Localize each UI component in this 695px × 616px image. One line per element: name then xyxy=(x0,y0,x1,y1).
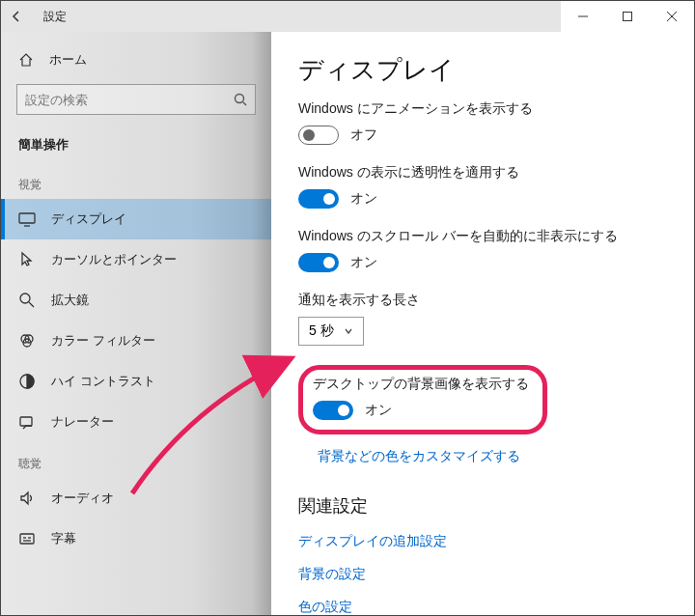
maximize-button[interactable] xyxy=(605,1,650,32)
svg-rect-15 xyxy=(20,534,34,544)
setting-label: Windows にアニメーションを表示する xyxy=(298,100,659,118)
svg-rect-14 xyxy=(20,417,32,426)
nav-captions[interactable]: 字幕 xyxy=(1,518,271,559)
nav-label: カラー フィルター xyxy=(51,332,155,350)
nav-label: 字幕 xyxy=(51,530,76,547)
window-title: 設定 xyxy=(43,9,67,25)
contrast-icon xyxy=(18,373,36,390)
setting-label: Windows の表示に透明性を適用する xyxy=(298,164,659,182)
link-customize-colors[interactable]: 背景などの色をカスタマイズする xyxy=(318,448,659,465)
setting-transparency: Windows の表示に透明性を適用する オン xyxy=(298,164,659,209)
link-background[interactable]: 背景の設定 xyxy=(298,566,659,583)
toggle-animations[interactable]: オフ xyxy=(298,126,659,145)
svg-line-9 xyxy=(29,302,34,307)
svg-rect-1 xyxy=(624,13,632,21)
nav-label: カーソルとポインター xyxy=(51,251,177,268)
highlight-annotation: デスクトップの背景画像を表示する オン xyxy=(298,365,547,434)
search-input[interactable] xyxy=(16,84,256,115)
toggle-state: オフ xyxy=(350,126,377,144)
nav-label: ディスプレイ xyxy=(51,210,126,228)
toggle-transparency[interactable]: オン xyxy=(298,189,659,209)
nav-display[interactable]: ディスプレイ xyxy=(1,199,271,239)
dropdown-value: 5 秒 xyxy=(309,322,334,340)
content: ディスプレイ Windows にアニメーションを表示する オフ Windows … xyxy=(271,32,694,616)
home-label: ホーム xyxy=(49,51,87,69)
toggle-desktop-bg[interactable]: オン xyxy=(313,401,529,420)
close-button[interactable] xyxy=(650,1,694,32)
back-button[interactable] xyxy=(1,1,32,32)
page-title: ディスプレイ xyxy=(298,53,659,87)
setting-animations: Windows にアニメーションを表示する オフ xyxy=(298,100,659,145)
nav-audio[interactable]: オーディオ xyxy=(1,478,271,518)
chevron-down-icon xyxy=(344,326,353,336)
svg-point-8 xyxy=(20,294,30,303)
nav-cursor[interactable]: カーソルとポインター xyxy=(1,239,271,280)
svg-point-4 xyxy=(236,95,244,103)
svg-rect-6 xyxy=(19,213,35,223)
category-audio: 聴覚 xyxy=(1,442,271,478)
nav-highcontrast[interactable]: ハイ コントラスト xyxy=(1,361,271,402)
search-icon xyxy=(234,93,247,106)
setting-desktop-bg: デスクトップの背景画像を表示する オン xyxy=(313,376,529,420)
minimize-button[interactable] xyxy=(561,1,605,32)
nav-colorfilter[interactable]: カラー フィルター xyxy=(1,321,271,361)
audio-icon xyxy=(18,490,36,507)
magnifier-icon xyxy=(18,292,36,309)
setting-label: デスクトップの背景画像を表示する xyxy=(313,376,529,393)
nav-label: 拡大鏡 xyxy=(51,292,89,309)
toggle-scrollbars[interactable]: オン xyxy=(298,253,659,272)
link-colors[interactable]: 色の設定 xyxy=(298,599,659,616)
sidebar: ホーム 簡単操作 視覚 ディスプレイ カーソルとポインター 拡大鏡 カラー フィ… xyxy=(1,32,271,616)
display-icon xyxy=(18,210,36,228)
group-title: 簡単操作 xyxy=(1,126,271,163)
search-field[interactable] xyxy=(25,93,234,107)
svg-line-5 xyxy=(243,102,246,105)
link-display-additional[interactable]: ディスプレイの追加設定 xyxy=(298,533,659,550)
home-link[interactable]: ホーム xyxy=(1,42,271,78)
toggle-state: オン xyxy=(350,190,377,208)
setting-label: Windows のスクロール バーを自動的に非表示にする xyxy=(298,228,659,245)
captions-icon xyxy=(18,530,36,547)
category-visual: 視覚 xyxy=(1,163,271,199)
related-settings-heading: 関連設定 xyxy=(298,494,659,518)
setting-label: 通知を表示する長さ xyxy=(298,292,659,309)
nav-label: ナレーター xyxy=(51,413,114,431)
notification-duration-dropdown[interactable]: 5 秒 xyxy=(298,317,364,346)
toggle-state: オン xyxy=(365,402,392,419)
titlebar: 設定 xyxy=(1,1,694,32)
nav-label: オーディオ xyxy=(51,490,114,507)
narrator-icon xyxy=(18,413,36,431)
setting-notification-duration: 通知を表示する長さ 5 秒 xyxy=(298,292,659,346)
toggle-state: オン xyxy=(350,254,377,271)
cursor-icon xyxy=(18,251,36,268)
color-filter-icon xyxy=(18,332,36,350)
nav-magnifier[interactable]: 拡大鏡 xyxy=(1,280,271,321)
nav-label: ハイ コントラスト xyxy=(51,373,155,390)
setting-scrollbars: Windows のスクロール バーを自動的に非表示にする オン xyxy=(298,228,659,272)
nav-narrator[interactable]: ナレーター xyxy=(1,402,271,442)
